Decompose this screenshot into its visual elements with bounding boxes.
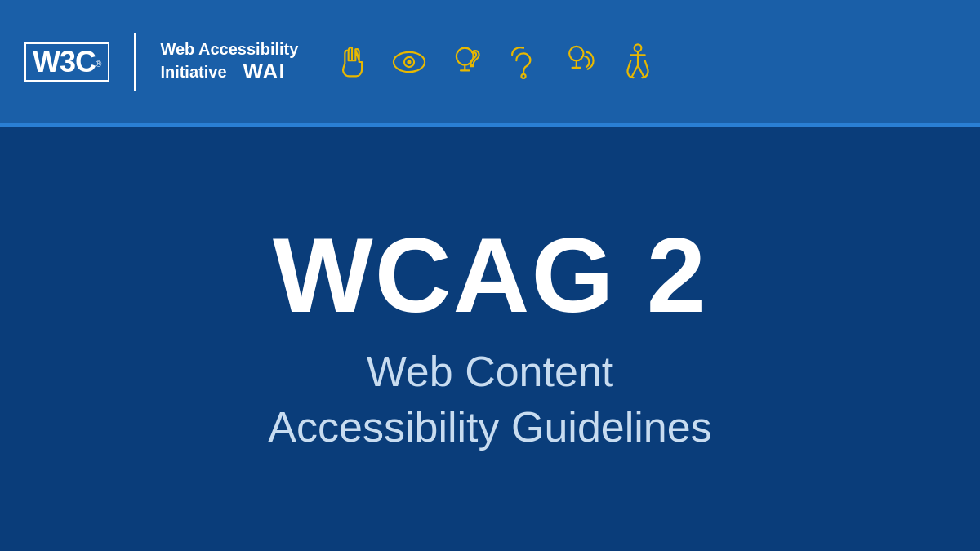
wai-text-block: Web Accessibility Initiative WAI (160, 39, 298, 84)
svg-point-6 (635, 44, 642, 51)
wai-acronym: WAI (243, 59, 286, 84)
wcag-subtitle: Web Content Accessibility Guidelines (268, 344, 711, 455)
wcag-title: WCAG 2 (273, 222, 707, 328)
w3c-badge: W3C® (24, 42, 109, 82)
w3c-text: W3C (33, 45, 96, 78)
header-bar: W3C® Web Accessibility Initiative WAI (0, 0, 980, 127)
wai-line2: Initiative WAI (160, 59, 298, 84)
hearing-icon (502, 41, 545, 83)
accessibility-icons-area (331, 41, 659, 83)
logo-area: W3C® Web Accessibility Initiative WAI (24, 33, 298, 91)
w3c-reg-symbol: ® (96, 59, 101, 68)
subtitle-line2: Accessibility Guidelines (268, 400, 711, 455)
svg-point-4 (522, 73, 526, 78)
main-content: WCAG 2 Web Content Accessibility Guideli… (0, 127, 980, 551)
subtitle-line1: Web Content (268, 344, 711, 400)
cognitive-icon (445, 41, 488, 83)
mobility-icon (617, 41, 659, 83)
logo-divider (134, 33, 136, 91)
eye-icon (388, 41, 430, 83)
wai-initiative-text: Initiative (160, 62, 226, 82)
svg-point-5 (569, 46, 583, 60)
speech-icon (559, 41, 602, 83)
hand-icon (331, 41, 373, 83)
w3c-logo: W3C® (24, 42, 109, 82)
svg-point-2 (408, 60, 412, 64)
wai-line1: Web Accessibility (160, 39, 298, 59)
